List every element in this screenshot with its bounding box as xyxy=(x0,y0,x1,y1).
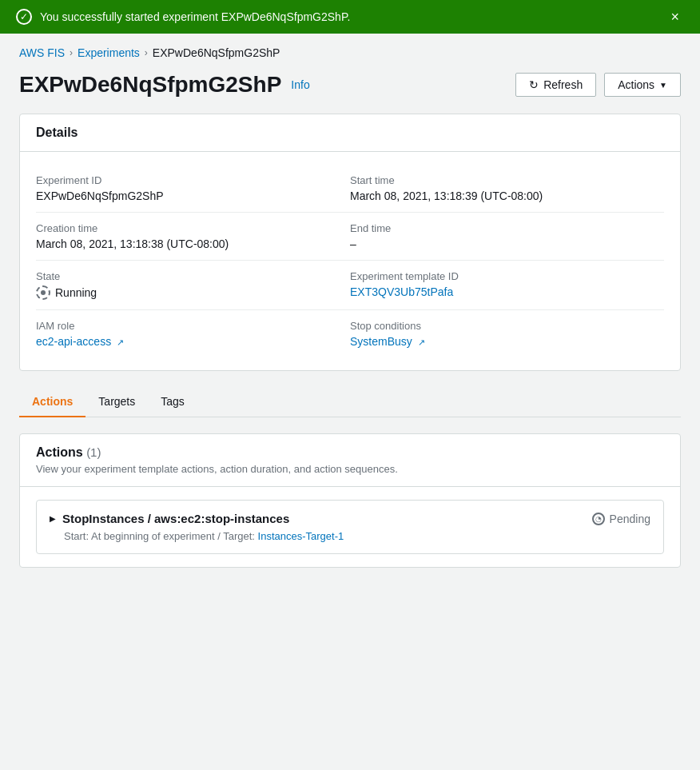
external-link-icon-2: ↗ xyxy=(418,337,425,347)
state-dot-inner xyxy=(41,290,46,295)
tab-targets[interactable]: Targets xyxy=(86,387,148,417)
breadcrumb-experiments[interactable]: Experiments xyxy=(78,46,140,59)
detail-experiment-id-label: Experiment ID xyxy=(36,174,334,186)
state-running-icon xyxy=(36,285,50,300)
state-running-indicator: Running xyxy=(36,285,334,300)
stop-conditions-link[interactable]: SystemBusy ↗ xyxy=(350,335,425,348)
page-actions: ↻ Refresh Actions ▼ xyxy=(515,73,681,97)
detail-stop-conditions: Stop conditions SystemBusy ↗ xyxy=(350,310,664,357)
refresh-button[interactable]: ↻ Refresh xyxy=(515,73,596,97)
page-title: EXPwDe6NqSfpmG2ShP xyxy=(19,72,281,98)
actions-count: (1) xyxy=(86,445,101,459)
detail-creation-time-value: March 08, 2021, 13:18:38 (UTC-08:00) xyxy=(36,237,334,250)
detail-experiment-id: Experiment ID EXPwDe6NqSfpmG2ShP xyxy=(36,165,350,213)
detail-template-id-label: Experiment template ID xyxy=(350,270,648,282)
external-link-icon: ↗ xyxy=(117,337,124,347)
iam-role-link[interactable]: ec2-api-access ↗ xyxy=(36,335,124,348)
detail-end-time-label: End time xyxy=(350,222,648,234)
action-target-link[interactable]: Instances-Target-1 xyxy=(258,530,344,542)
action-item-title-area: ▶ StopInstances / aws:ec2:stop-instances xyxy=(50,512,289,525)
action-status-label: Pending xyxy=(610,513,650,525)
breadcrumb-current: EXPwDe6NqSfpmG2ShP xyxy=(153,46,280,59)
detail-template-id: Experiment template ID EXT3QV3Ub75tPafa xyxy=(350,261,664,310)
success-message: You successfully started experiment EXPw… xyxy=(40,10,350,23)
state-running-label: Running xyxy=(55,286,97,299)
pending-icon: ◔ xyxy=(592,513,605,525)
detail-state: State Running xyxy=(36,261,350,310)
refresh-label: Refresh xyxy=(543,78,583,91)
main-content: AWS FIS › Experiments › EXPwDe6NqSfpmG2S… xyxy=(0,34,700,580)
detail-creation-time: Creation time March 08, 2021, 13:18:38 (… xyxy=(36,213,350,261)
detail-state-label: State xyxy=(36,270,334,282)
detail-iam-role: IAM role ec2-api-access ↗ xyxy=(36,310,350,357)
detail-end-time-value: – xyxy=(350,237,648,250)
refresh-icon: ↻ xyxy=(529,78,539,91)
actions-label: Actions xyxy=(618,78,654,91)
actions-card: Actions (1) View your experiment templat… xyxy=(19,433,681,568)
action-item: ▶ StopInstances / aws:ec2:stop-instances… xyxy=(36,500,664,554)
action-start-info-prefix: Start: At beginning of experiment / Targ… xyxy=(64,530,258,542)
tab-actions[interactable]: Actions xyxy=(19,387,86,417)
details-title: Details xyxy=(36,126,78,139)
breadcrumb-sep-1: › xyxy=(70,47,73,58)
tab-tags[interactable]: Tags xyxy=(148,387,197,417)
detail-iam-role-value: ec2-api-access ↗ xyxy=(36,335,334,348)
action-item-subtitle: Start: At beginning of experiment / Targ… xyxy=(50,530,650,542)
details-card-header: Details xyxy=(20,114,680,152)
detail-end-time: End time – xyxy=(350,213,664,261)
detail-state-value: Running xyxy=(36,285,334,300)
detail-iam-role-label: IAM role xyxy=(36,320,334,332)
detail-start-time-value: March 08, 2021, 13:18:39 (UTC-08:00) xyxy=(350,190,648,202)
success-icon xyxy=(16,9,32,25)
actions-card-header: Actions (1) View your experiment templat… xyxy=(20,434,680,487)
tab-content-actions: Actions (1) View your experiment templat… xyxy=(19,433,681,568)
success-banner-content: You successfully started experiment EXPw… xyxy=(16,9,350,25)
actions-dropdown-button[interactable]: Actions ▼ xyxy=(604,73,681,97)
detail-stop-conditions-value: SystemBusy ↗ xyxy=(350,335,648,348)
tabs-nav: Actions Targets Tags xyxy=(19,387,681,417)
breadcrumb: AWS FIS › Experiments › EXPwDe6NqSfpmG2S… xyxy=(19,46,681,59)
action-item-name: StopInstances / aws:ec2:stop-instances xyxy=(62,512,289,525)
detail-start-time-label: Start time xyxy=(350,174,648,186)
detail-experiment-id-value: EXPwDe6NqSfpmG2ShP xyxy=(36,190,334,202)
actions-card-body: ▶ StopInstances / aws:ec2:stop-instances… xyxy=(20,487,680,567)
details-card: Details Experiment ID EXPwDe6NqSfpmG2ShP… xyxy=(19,114,681,371)
close-banner-button[interactable]: × xyxy=(666,8,684,26)
iam-role-text: ec2-api-access xyxy=(36,335,111,348)
info-badge[interactable]: Info xyxy=(291,78,309,91)
page-title-area: EXPwDe6NqSfpmG2ShP Info xyxy=(19,72,310,98)
chevron-down-icon: ▼ xyxy=(659,81,667,90)
breadcrumb-sep-2: › xyxy=(145,47,148,58)
breadcrumb-awsfis[interactable]: AWS FIS xyxy=(19,46,65,59)
details-grid: Experiment ID EXPwDe6NqSfpmG2ShP Start t… xyxy=(36,165,664,357)
stop-conditions-text: SystemBusy xyxy=(350,335,412,348)
details-card-body: Experiment ID EXPwDe6NqSfpmG2ShP Start t… xyxy=(20,152,680,370)
action-status: ◔ Pending xyxy=(592,513,650,525)
actions-card-subtitle: View your experiment template actions, a… xyxy=(36,463,664,475)
detail-creation-time-label: Creation time xyxy=(36,222,334,234)
detail-stop-conditions-label: Stop conditions xyxy=(350,320,648,332)
page-header: EXPwDe6NqSfpmG2ShP Info ↻ Refresh Action… xyxy=(19,72,681,98)
detail-start-time: Start time March 08, 2021, 13:18:39 (UTC… xyxy=(350,165,664,213)
action-item-header: ▶ StopInstances / aws:ec2:stop-instances… xyxy=(50,512,650,525)
success-banner: You successfully started experiment EXPw… xyxy=(0,0,700,34)
actions-card-title: Actions (1) xyxy=(36,445,664,460)
actions-tab-title: Actions xyxy=(36,445,83,459)
expand-arrow-icon[interactable]: ▶ xyxy=(50,514,56,523)
detail-template-id-value: EXT3QV3Ub75tPafa xyxy=(350,285,648,298)
tabs-container: Actions Targets Tags Actions (1) View yo… xyxy=(19,387,681,568)
template-id-link[interactable]: EXT3QV3Ub75tPafa xyxy=(350,285,453,298)
